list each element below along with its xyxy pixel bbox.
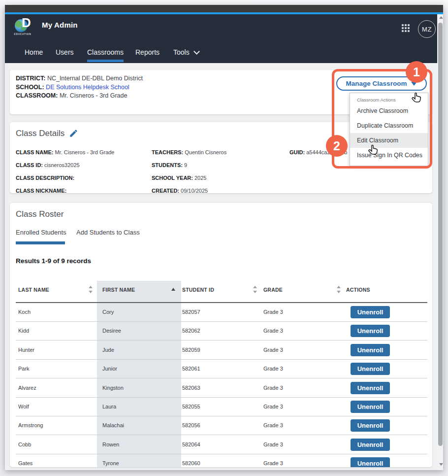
sort-icon-grade[interactable] [337,286,341,293]
row-divider [16,359,427,360]
last-name-cell: Kidd [18,328,29,334]
row-divider [16,340,427,340]
unenroll-button[interactable]: Unenroll [351,419,390,432]
first-name-cell: Tyrone [102,460,119,466]
detail-value: 09/10/2025 [181,188,208,194]
manage-classroom-label: Manage Classroom [346,80,407,87]
context-line-district: DISTRICT: NC_Internal DE-DBL Demo Distri… [16,74,143,83]
column-header-student-id[interactable]: STUDENT ID [182,287,214,293]
last-name-cell: Gates [18,460,32,466]
unenroll-button[interactable]: Unenroll [351,401,390,413]
window-top-bar [5,5,443,12]
column-header-grade[interactable]: GRADE [263,287,283,293]
grade-cell: Grade 3 [263,328,283,334]
grade-cell: Grade 3 [263,442,283,447]
student-id-cell: 582063 [182,385,200,391]
app-launcher-grid-icon[interactable] [402,24,410,32]
nav-item-users[interactable]: Users [56,47,74,57]
first-name-cell: Cory [102,309,114,315]
grade-cell: Grade 3 [263,422,283,428]
student-id-cell: 582057 [182,309,200,315]
context-label: CLASSROOM: [16,92,60,99]
scrollbar-up-arrow[interactable] [439,16,443,19]
first-name-cell: Jude [102,347,114,353]
first-name-cell: Rowen [102,442,119,447]
detail-value: 2025 [194,175,206,181]
grade-cell: Grade 3 [263,404,283,409]
detail-class-id: CLASS ID: cisneros32025 [16,162,115,175]
sort-icon-last-name[interactable] [89,286,93,293]
detail-value: cisneros32025 [44,162,80,168]
unenroll-button[interactable]: Unenroll [351,325,390,337]
annotation-step-1-badge: 1 [406,61,427,83]
detail-label: TEACHERS: [152,149,185,155]
scrollbar-down-arrow[interactable] [439,463,443,466]
tab-enrolled-students[interactable]: Enrolled Students [16,229,66,236]
hand-cursor-icon [411,92,422,104]
class-roster-card: Class Roster Enrolled StudentsAdd Studen… [10,203,432,467]
student-id-cell: 582056 [182,422,200,428]
detail-label: CREATED: [152,188,181,194]
unenroll-button[interactable]: Unenroll [351,439,390,451]
edit-pencil-icon[interactable] [69,129,78,138]
menu-item-duplicate-classroom[interactable]: Duplicate Classroom [350,118,428,133]
school-link[interactable]: DE Solutions Helpdesk School [46,84,129,91]
nav-item-tools[interactable]: Tools [173,47,199,57]
row-divider [16,416,427,416]
column-header-first-name[interactable]: FIRST NAME [102,287,135,293]
menu-item-issue-sign-in-qr-codes[interactable]: Issue Sign In QR Codes [350,148,428,163]
row-divider [16,454,427,454]
column-header-actions[interactable]: ACTIONS [346,287,370,293]
tab-add-students-to-class[interactable]: Add Students to Class [76,229,140,236]
grade-cell: Grade 3 [263,385,283,391]
unenroll-button[interactable]: Unenroll [351,306,390,318]
detail-label: CLASS NICKNAME: [16,188,66,194]
detail-value: 9 [184,162,187,168]
sort-asc-icon-first-name[interactable] [171,288,175,291]
grade-cell: Grade 3 [263,309,283,315]
context-label: SCHOOL: [16,84,46,91]
context-line-school: SCHOOL: DE Solutions Helpdesk School [16,83,143,92]
unenroll-button[interactable]: Unenroll [351,382,390,394]
annotation-step-2-badge: 2 [326,135,348,157]
scrollbar-thumb[interactable] [438,23,443,446]
detail-class-nickname: CLASS NICKNAME: [16,188,115,201]
column-header-last-name[interactable]: LAST NAME [18,287,49,293]
table-header-divider [16,302,427,303]
detail-value: Mr. Cisneros - 3rd Grade [55,149,114,155]
unenroll-button[interactable]: Unenroll [351,344,390,356]
nav-item-reports[interactable]: Reports [135,47,160,57]
context-line-classroom: CLASSROOM: Mr. Cisneros - 3rd Grade [16,92,143,101]
grade-cell: Grade 3 [263,460,283,466]
chevron-down-icon [193,48,200,55]
details-column-2: TEACHERS: Quentin CisnerosSTUDENTS: 9SCH… [152,149,226,201]
logo-caption: EDUCATION [11,33,34,35]
detail-class-name: CLASS NAME: Mr. Cisneros - 3rd Grade [16,149,115,162]
sort-down-arrow [337,291,341,293]
sort-up-arrow [89,286,93,288]
details-column-1: CLASS NAME: Mr. Cisneros - 3rd GradeCLAS… [16,149,115,201]
sort-up-arrow [337,286,341,288]
menu-item-edit-classroom[interactable]: Edit Classroom [350,133,428,148]
detail-label: CLASS NAME: [16,149,55,155]
sort-icon-student-id[interactable] [253,286,257,293]
detail-label: GUID: [289,149,306,155]
nav-item-home[interactable]: Home [25,47,43,57]
nav-item-classrooms[interactable]: Classrooms [87,47,124,57]
detail-value: Quentin Cisneros [185,149,226,155]
menu-items: Archive ClassroomDuplicate ClassroomEdit… [350,103,428,163]
results-count: Results 1-9 of 9 records [16,257,91,265]
row-divider [16,378,427,378]
unenroll-button[interactable]: Unenroll [351,363,390,375]
student-id-cell: 582055 [182,404,200,409]
avatar[interactable]: MZ [418,20,436,38]
student-id-cell: 582061 [182,366,200,372]
detail-school-year: SCHOOL YEAR: 2025 [152,175,226,188]
detail-label: SCHOOL YEAR: [152,175,194,181]
last-name-cell: Wolf [18,404,29,409]
unenroll-button[interactable]: Unenroll [351,457,390,467]
menu-item-archive-classroom[interactable]: Archive Classroom [350,103,428,118]
sort-down-arrow [89,291,93,293]
last-name-cell: Alvarez [18,385,36,391]
first-name-cell: Desiree [102,328,121,334]
